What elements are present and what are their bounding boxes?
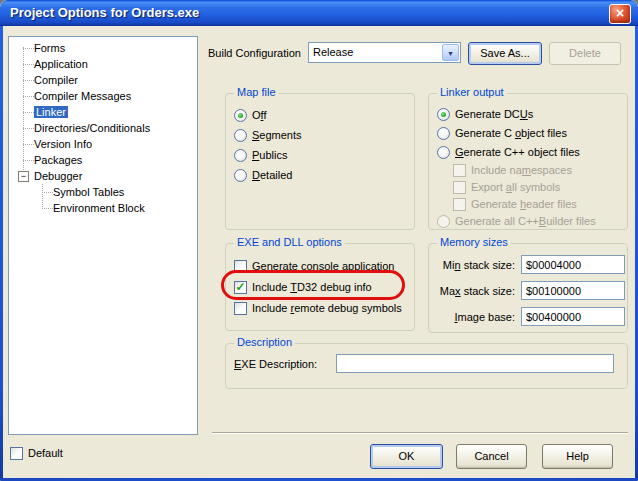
radio-label: Segments <box>252 129 302 141</box>
image-base-field[interactable] <box>521 307 625 326</box>
radio-icon <box>437 108 450 121</box>
exe-description-field[interactable] <box>336 354 614 373</box>
tree-item-symbol-tables[interactable]: Symbol Tables <box>9 184 197 200</box>
combobox-value: Release <box>313 46 353 58</box>
chevron-down-icon[interactable]: ▼ <box>442 44 459 61</box>
ok-button[interactable]: OK <box>370 444 443 469</box>
tree-dash <box>23 160 34 161</box>
category-tree[interactable]: Forms Application Compiler Compiler Mess… <box>8 36 198 435</box>
checkbox-label: Include TD32 debug info <box>252 281 372 293</box>
tree-item-label: Environment Block <box>53 202 145 214</box>
radio-label: Detailed <box>252 169 292 181</box>
radio-generate-all-cppbuilder[interactable]: Generate all C++Builder files <box>437 213 596 229</box>
window-title: Project Options for Orders.exe <box>10 5 199 20</box>
checkbox-icon <box>453 198 466 211</box>
checkbox-label: Generate console application <box>252 260 395 272</box>
checkbox-default[interactable]: Default <box>10 445 63 461</box>
radio-map-segments[interactable]: Segments <box>234 127 302 143</box>
tree-item-label: Debugger <box>34 170 82 182</box>
radio-label: Generate C++ object files <box>455 146 580 158</box>
tree-item-application[interactable]: Application <box>9 56 197 72</box>
radio-label: Off <box>252 109 266 121</box>
tree-item-label: Compiler <box>34 74 78 86</box>
close-button[interactable]: × <box>609 4 631 24</box>
tree-dash <box>23 80 34 81</box>
radio-map-detailed[interactable]: Detailed <box>234 167 292 183</box>
tree-item-label: Compiler Messages <box>34 90 131 102</box>
description-group-title: Description <box>234 336 295 348</box>
tree-item-forms[interactable]: Forms <box>9 40 197 56</box>
radio-icon <box>437 146 450 159</box>
tree-dash <box>42 208 53 209</box>
map-file-group-title: Map file <box>234 86 279 98</box>
checkbox-generate-console-application[interactable]: Generate console application <box>234 258 395 274</box>
radio-generate-cpp-object[interactable]: Generate C++ object files <box>437 144 580 160</box>
radio-icon <box>234 169 247 182</box>
checkbox-label: Include namespaces <box>471 164 572 176</box>
project-options-dialog: Project Options for Orders.exe × Forms A… <box>0 0 638 481</box>
min-stack-size-field[interactable] <box>521 255 625 274</box>
image-base-label: Image base: <box>429 309 515 325</box>
radio-generate-c-object[interactable]: Generate C object files <box>437 125 567 141</box>
tree-dash <box>23 112 34 113</box>
radio-label: Generate all C++Builder files <box>455 215 596 227</box>
radio-icon <box>234 109 247 122</box>
titlebar[interactable]: Project Options for Orders.exe × <box>0 0 638 26</box>
checkbox-include-remote-debug-symbols[interactable]: Include remote debug symbols <box>234 300 402 316</box>
radio-icon <box>437 127 450 140</box>
tree-collapse-icon[interactable]: − <box>18 171 29 182</box>
tree-item-version-info[interactable]: Version Info <box>9 136 197 152</box>
checkbox-icon <box>234 302 247 315</box>
tree-dash <box>23 144 34 145</box>
memory-sizes-group-title: Memory sizes <box>437 236 511 248</box>
map-file-group: Map file Off Segments Publics Detailed <box>225 93 415 230</box>
tree-item-directories-conditionals[interactable]: Directories/Conditionals <box>9 120 197 136</box>
checkbox-checked-icon: ✓ <box>234 281 247 294</box>
min-stack-size-label: Min stack size: <box>429 257 515 273</box>
footer-separator <box>212 432 628 434</box>
checkbox-include-namespaces[interactable]: Include namespaces <box>453 162 572 178</box>
radio-map-publics[interactable]: Publics <box>234 147 287 163</box>
tree-item-environment-block[interactable]: Environment Block <box>9 200 197 216</box>
checkbox-icon <box>453 181 466 194</box>
max-stack-size-field[interactable] <box>521 281 625 300</box>
cancel-button[interactable]: Cancel <box>456 444 527 469</box>
tree-item-packages[interactable]: Packages <box>9 152 197 168</box>
radio-label: Generate C object files <box>455 127 567 139</box>
tree-item-label: Directories/Conditionals <box>34 122 150 134</box>
checkbox-label: Export all symbols <box>471 181 560 193</box>
help-button[interactable]: Help <box>542 444 613 469</box>
checkbox-include-td32-debug-info[interactable]: ✓ Include TD32 debug info <box>234 279 372 295</box>
tree-item-linker[interactable]: Linker <box>9 104 197 120</box>
tree-item-debugger[interactable]: − Debugger <box>9 168 197 184</box>
linker-output-group: Linker output Generate DCUs Generate C o… <box>428 93 628 230</box>
tree-item-label: Version Info <box>34 138 92 150</box>
radio-icon <box>234 129 247 142</box>
exe-description-label: EXE Description: <box>234 356 317 372</box>
checkbox-icon <box>234 260 247 273</box>
radio-icon <box>234 149 247 162</box>
build-configuration-label: Build Configuration <box>208 42 301 64</box>
build-configuration-combobox[interactable]: Release ▼ <box>308 42 461 63</box>
radio-label: Publics <box>252 149 287 161</box>
tree-dash <box>23 48 34 49</box>
radio-label: Generate DCUs <box>455 108 533 120</box>
radio-map-off[interactable]: Off <box>234 107 266 123</box>
tree-dash <box>23 64 34 65</box>
radio-generate-dcus[interactable]: Generate DCUs <box>437 106 533 122</box>
checkbox-label: Default <box>28 447 63 459</box>
tree-item-compiler[interactable]: Compiler <box>9 72 197 88</box>
save-as-button[interactable]: Save As... <box>468 42 542 65</box>
exe-dll-group-title: EXE and DLL options <box>234 236 345 248</box>
checkbox-label: Include remote debug symbols <box>252 302 402 314</box>
tree-item-label: Application <box>34 58 88 70</box>
exe-dll-options-group: EXE and DLL options Generate console app… <box>225 243 415 331</box>
linker-output-group-title: Linker output <box>437 86 507 98</box>
delete-button[interactable]: Delete <box>549 42 621 65</box>
checkbox-label: Generate header files <box>471 198 577 210</box>
tree-item-compiler-messages[interactable]: Compiler Messages <box>9 88 197 104</box>
checkbox-generate-header-files[interactable]: Generate header files <box>453 196 577 212</box>
tree-dash <box>23 128 34 129</box>
checkbox-export-all-symbols[interactable]: Export all symbols <box>453 179 560 195</box>
checkbox-icon <box>10 447 23 460</box>
